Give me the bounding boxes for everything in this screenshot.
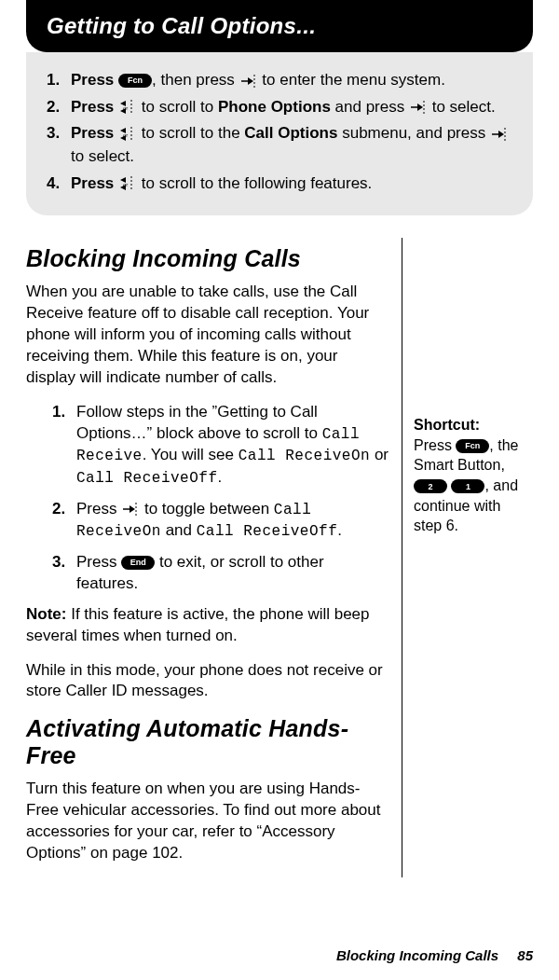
- bold-phone-options: Phone Options: [218, 98, 331, 116]
- right-arrow-icon: [490, 126, 509, 143]
- side-column: Shortcut: Press Fcn, the Smart Button, 2…: [402, 238, 533, 877]
- lcd-call-receive-off: Call ReceiveOff: [76, 470, 218, 487]
- sub-steps: 1. Follow steps in the ”Getting to Call …: [26, 402, 389, 595]
- shortcut-label: Shortcut:: [414, 417, 480, 433]
- step-num: 2.: [47, 96, 71, 119]
- key-1-icon: 1: [451, 479, 484, 493]
- page: Getting to Call Options... 1. Press Fcn,…: [0, 0, 559, 980]
- sub-step-3: 3. Press End to exit, or scroll to other…: [52, 552, 389, 595]
- step-text-mid: , then press: [152, 71, 239, 89]
- t1: Press: [76, 553, 121, 571]
- step-4: 4. Press or to scroll to the following f…: [47, 173, 512, 196]
- shortcut-t1: Press: [414, 437, 456, 453]
- press-label: Press: [71, 71, 118, 89]
- t1: Press: [76, 500, 121, 518]
- step-text-tail: to select.: [71, 147, 134, 165]
- step-num: 1.: [47, 69, 71, 92]
- sub-step-num: 1.: [52, 402, 76, 423]
- t3: and: [161, 521, 197, 539]
- section-blocking-intro: When you are unable to take calls, use t…: [26, 282, 389, 389]
- sub-step-1: 1. Follow steps in the ”Getting to Call …: [52, 402, 389, 490]
- press-label: Press: [71, 98, 118, 116]
- step-text: Press or to scroll to Phone Options and …: [71, 96, 512, 119]
- note-label: Note:: [26, 605, 66, 623]
- step-3: 3. Press or to scroll to the Call Option…: [47, 122, 512, 168]
- step-num: 4.: [47, 173, 71, 196]
- sub-step-text: Press to toggle between Call ReceiveOn a…: [76, 499, 389, 543]
- key-2-icon: 2: [414, 479, 447, 493]
- svg-marker-12: [498, 131, 504, 138]
- side-spacer: [414, 238, 533, 415]
- note2-para: While in this mode, your phone does not …: [26, 660, 389, 703]
- step-text-tail: to select.: [428, 98, 496, 116]
- scroll-or-icon: or: [118, 175, 137, 192]
- sub-step-text: Follow steps in the ”Getting to Call Opt…: [76, 402, 389, 490]
- press-label: Press: [71, 124, 118, 142]
- t4: .: [218, 468, 223, 486]
- step-2: 2. Press or to scroll to Phone Options a…: [47, 96, 512, 119]
- press-label: Press: [71, 174, 118, 192]
- step-text-mid: to scroll to: [137, 98, 218, 116]
- t3: or: [370, 446, 389, 463]
- steps-block: 1. Press Fcn, then press to enter the me…: [26, 52, 533, 215]
- main-column: Blocking Incoming Calls When you are una…: [26, 238, 402, 877]
- right-arrow-icon: [121, 501, 140, 518]
- lcd-call-receive-off: Call ReceiveOff: [197, 523, 338, 540]
- step-text-tail: to enter the menu system.: [258, 71, 445, 89]
- step-text: Press or to scroll to the following feat…: [71, 173, 512, 196]
- bold-call-options: Call Options: [244, 124, 337, 142]
- right-arrow-icon: [409, 99, 428, 116]
- section-blocking-title: Blocking Incoming Calls: [26, 245, 389, 272]
- scroll-or-icon: or: [118, 126, 137, 143]
- step-text: Press Fcn, then press to enter the menu …: [71, 69, 512, 92]
- t2: . You will see: [143, 446, 239, 463]
- page-header-title: Getting to Call Options...: [47, 13, 316, 38]
- sub-step-num: 3.: [52, 552, 76, 573]
- step-text-mid2: and press: [331, 98, 409, 116]
- page-footer: Blocking Incoming Calls 85: [336, 947, 533, 963]
- t2: to toggle between: [140, 500, 274, 518]
- note-text: If this feature is active, the phone wil…: [26, 605, 370, 644]
- step-num: 3.: [47, 122, 71, 145]
- step-text-mid: to scroll to the: [137, 124, 244, 142]
- t1: Follow steps in the ”Getting to Call Opt…: [76, 403, 322, 442]
- t4: .: [337, 521, 342, 539]
- step-text-mid2: submenu, and press: [337, 124, 489, 142]
- section-handsfree-intro: Turn this feature on when you are using …: [26, 779, 389, 864]
- shortcut-block: Shortcut: Press Fcn, the Smart Button, 2…: [414, 415, 533, 536]
- fcn-key-icon: Fcn: [456, 439, 489, 453]
- note-para: Note: If this feature is active, the pho…: [26, 604, 389, 647]
- scroll-or-icon: or: [118, 99, 137, 116]
- columns: Blocking Incoming Calls When you are una…: [26, 238, 533, 877]
- svg-marker-0: [248, 77, 253, 85]
- fcn-key-icon: Fcn: [118, 74, 152, 88]
- svg-marker-18: [130, 505, 135, 513]
- end-key-icon: End: [121, 556, 155, 570]
- lcd-call-receive-on: Call ReceiveOn: [239, 448, 370, 464]
- step-1: 1. Press Fcn, then press to enter the me…: [47, 69, 512, 92]
- sub-step-num: 2.: [52, 499, 76, 520]
- sub-step-text: Press End to exit, or scroll to other fe…: [76, 552, 389, 595]
- section-handsfree-title: Activating Automatic Hands-Free: [26, 715, 389, 769]
- page-header: Getting to Call Options...: [26, 0, 533, 52]
- footer-title: Blocking Incoming Calls: [336, 947, 498, 963]
- step-text: Press or to scroll to the Call Options s…: [71, 122, 512, 168]
- svg-marker-6: [417, 104, 423, 111]
- footer-page: 85: [517, 947, 533, 963]
- right-arrow-icon: [239, 73, 258, 90]
- step-text-tail: to scroll to the following features.: [137, 174, 372, 192]
- sub-step-2: 2. Press to toggle between Call ReceiveO…: [52, 499, 389, 543]
